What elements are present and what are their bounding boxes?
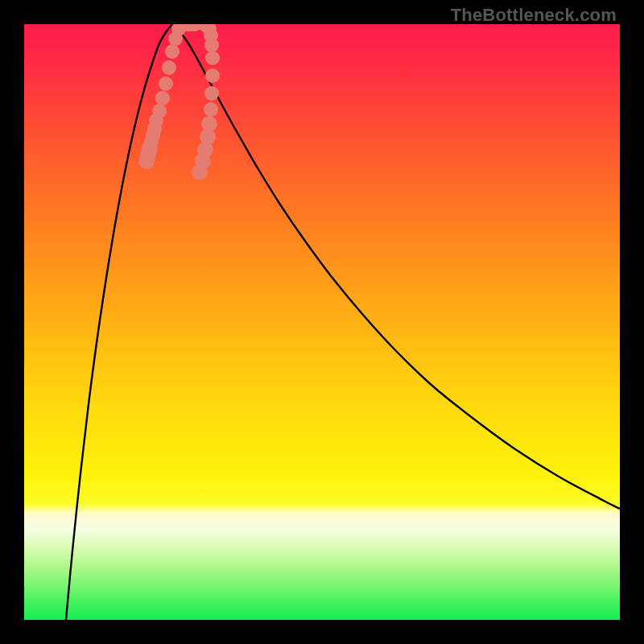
chart-frame: TheBottleneck.com	[0, 0, 644, 644]
data-marker	[152, 104, 167, 118]
watermark: TheBottleneck.com	[451, 5, 617, 26]
data-marker	[162, 60, 176, 75]
data-marker	[205, 68, 220, 83]
plot-area	[24, 24, 620, 620]
data-marker	[205, 51, 220, 65]
data-marker	[159, 76, 173, 91]
data-marker	[204, 86, 219, 101]
data-marker	[204, 102, 218, 117]
markers-right	[192, 24, 220, 180]
data-marker	[201, 116, 217, 132]
markers-left	[138, 24, 202, 169]
curve-layer	[24, 24, 620, 620]
curve-right	[172, 24, 620, 509]
data-marker	[165, 44, 180, 59]
data-marker	[155, 91, 170, 105]
